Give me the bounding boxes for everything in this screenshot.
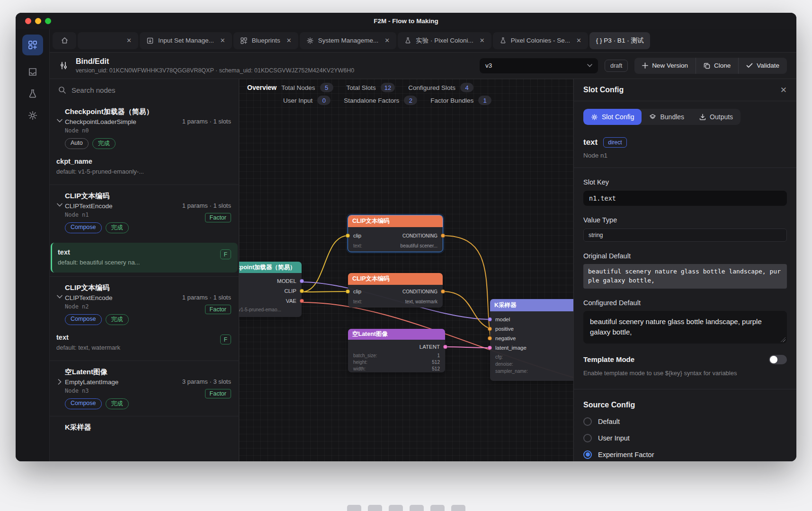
source-option-experiment-factor[interactable]: Experiment Factor xyxy=(583,450,787,459)
canvas-node-ksampler[interactable]: K采样器 model LATENT positive xyxy=(490,299,573,381)
rail-item-experiments[interactable] xyxy=(27,88,38,99)
widget-value[interactable]: 512 xyxy=(432,366,440,371)
clip-output-port[interactable] xyxy=(300,289,304,293)
chevron-down-icon[interactable] xyxy=(54,192,65,233)
canvas-node-clip-encode-1[interactable]: CLIP文本编码 clip CONDITIONING text: beautif… xyxy=(348,215,443,252)
tab-close-icon[interactable]: ✕ xyxy=(576,37,581,44)
canvas-node-empty-latent[interactable]: 空Latent图像 LATENT batch_size: 1 xyxy=(348,329,445,372)
widget-value[interactable]: beautiful scener... xyxy=(401,243,437,248)
tab-experiment-pixel-colonies[interactable]: 实验 · Pixel Coloni... ✕ xyxy=(398,32,491,49)
param-row-text-n2[interactable]: text default: text, watermark F xyxy=(50,332,239,361)
search-input[interactable]: Search nodes xyxy=(50,79,239,101)
zoom-window-button[interactable] xyxy=(45,18,51,24)
tab-label: 实验 · Pixel Coloni... xyxy=(416,36,473,45)
tab-slot-config[interactable]: Slot Config xyxy=(583,109,642,125)
tab-label: Pixel Colonies - Se... xyxy=(511,37,570,44)
clone-button[interactable]: Clone xyxy=(696,58,738,74)
tab-close-icon[interactable]: ✕ xyxy=(286,37,292,44)
radio-icon[interactable] xyxy=(583,417,592,426)
tab-close-icon[interactable]: ✕ xyxy=(384,37,390,44)
sliders-icon xyxy=(59,61,68,70)
node-group-clip-n1[interactable]: CLIP文本编码 CLIPTextEncode Node n1 Compose … xyxy=(50,185,239,240)
widget-value[interactable]: 1 xyxy=(437,353,440,358)
resize-grip[interactable] xyxy=(781,337,785,342)
latent-image-input-port[interactable] xyxy=(488,346,492,350)
node-title: Checkpoint加载器（简易） xyxy=(65,107,182,116)
node-group-empty-latent[interactable]: 空Latent图像 EmptyLatentImage Node n3 Compo… xyxy=(50,361,239,416)
canvas-node-clip-encode-2[interactable]: CLIP文本编码 clip CONDITIONING text: text, w… xyxy=(348,273,443,308)
rail-item-settings[interactable] xyxy=(27,110,38,121)
radio-icon-selected[interactable] xyxy=(583,450,592,459)
factor-badge: Factor xyxy=(205,213,231,222)
tab-home[interactable] xyxy=(53,32,76,49)
node-group-ksampler[interactable]: K采样器 xyxy=(50,416,239,441)
tab-p3-b1-test[interactable]: { } P3 · B1 · 测试 xyxy=(589,32,651,49)
positive-input-port[interactable] xyxy=(488,327,492,331)
status-badge: 完成 xyxy=(92,138,116,149)
radio-icon[interactable] xyxy=(583,434,592,442)
widget-value[interactable]: v1-5-pruned-emao... xyxy=(239,307,281,312)
flow-canvas[interactable]: Overview Total Nodes 5 Total Slots 12 Co… xyxy=(239,79,573,461)
divider xyxy=(574,101,796,101)
overview-label: Overview xyxy=(247,84,277,91)
close-window-button[interactable] xyxy=(25,18,31,24)
tab-blueprints[interactable]: Blueprints ✕ xyxy=(233,32,298,49)
tab-pixel-colonies[interactable]: Pixel Colonies - Se... ✕ xyxy=(493,32,588,49)
canvas-node-checkpoint-loader[interactable]: Checkpoint加载器（简易） MODEL CLIP V xyxy=(239,262,302,317)
vae-output-port[interactable] xyxy=(300,299,304,303)
version-select[interactable]: v3 xyxy=(480,58,598,73)
titlebar: F2M - Flow to Making xyxy=(16,13,796,29)
close-icon[interactable]: ✕ xyxy=(780,85,787,95)
tab-untitled[interactable]: ✕ xyxy=(78,32,138,49)
original-default-value: beautiful scenery nature glass bottle la… xyxy=(583,264,787,289)
conditioning-output-port[interactable] xyxy=(441,234,445,238)
slot-key-label: Slot Key xyxy=(583,178,787,186)
slot-key-input[interactable]: n1.text xyxy=(583,191,787,206)
grid-plus-icon xyxy=(240,37,248,44)
mode-badge: Compose xyxy=(65,222,102,233)
tab-close-icon[interactable]: ✕ xyxy=(126,37,132,44)
param-row-ckpt-name[interactable]: ckpt_name default: v1-5-pruned-emaonly-.… xyxy=(50,156,239,185)
app-window: F2M - Flow to Making xyxy=(16,13,796,461)
node-title: CLIP文本编码 xyxy=(65,283,182,292)
configured-default-textarea[interactable]: beautiful scenery nature glass bottle la… xyxy=(583,311,787,344)
rail-item-flows[interactable] xyxy=(22,35,43,55)
template-mode-toggle[interactable] xyxy=(769,355,787,364)
tab-close-icon[interactable]: ✕ xyxy=(480,37,485,44)
chevron-down-icon[interactable] xyxy=(54,283,65,325)
tab-bundles[interactable]: Bundles xyxy=(642,109,692,125)
tab-input-set-management[interactable]: Input Set Manage... ✕ xyxy=(140,32,232,49)
header-actions: New Version Clone Validate xyxy=(634,58,787,74)
stat-label: Configured Slots xyxy=(408,84,455,91)
home-icon xyxy=(61,36,69,44)
node-id: Node n3 xyxy=(65,388,182,394)
negative-input-port[interactable] xyxy=(488,336,492,341)
clip-input-port[interactable] xyxy=(346,234,350,238)
tab-outputs[interactable]: Outputs xyxy=(692,109,741,125)
validate-button[interactable]: Validate xyxy=(738,58,787,74)
node-id: Node n1 xyxy=(65,211,182,218)
value-type-input[interactable]: string xyxy=(583,229,787,242)
model-output-port[interactable] xyxy=(300,279,304,283)
tab-system-management[interactable]: System Manageme... ✕ xyxy=(300,32,396,49)
new-version-button[interactable]: New Version xyxy=(634,58,696,74)
param-default: default: text, watermark xyxy=(56,344,120,351)
latent-output-port[interactable] xyxy=(443,345,447,349)
tab-close-icon[interactable]: ✕ xyxy=(220,37,225,44)
clip-input-port[interactable] xyxy=(346,290,350,294)
chevron-right-icon[interactable] xyxy=(54,368,65,409)
param-row-text-n1-selected[interactable]: text default: beautiful scenery na... F xyxy=(51,243,238,273)
model-input-port[interactable] xyxy=(488,317,492,322)
node-group-checkpoint[interactable]: Checkpoint加载器（简易） CheckpointLoaderSimple… xyxy=(50,101,239,156)
widget-value[interactable]: text, watermark xyxy=(405,299,437,304)
conditioning-output-port[interactable] xyxy=(441,290,445,294)
stat-value: 4 xyxy=(460,83,473,92)
rail-item-inbox[interactable] xyxy=(27,67,38,77)
node-group-clip-n2[interactable]: CLIP文本编码 CLIPTextEncode Node n2 Compose … xyxy=(50,277,239,332)
chevron-down-icon[interactable] xyxy=(54,107,65,149)
stat-label: User Input xyxy=(283,97,312,104)
minimize-window-button[interactable] xyxy=(35,18,41,24)
source-option-user-input[interactable]: User Input xyxy=(583,434,787,442)
source-option-default[interactable]: Default xyxy=(583,417,787,426)
widget-value[interactable]: 512 xyxy=(432,360,440,365)
